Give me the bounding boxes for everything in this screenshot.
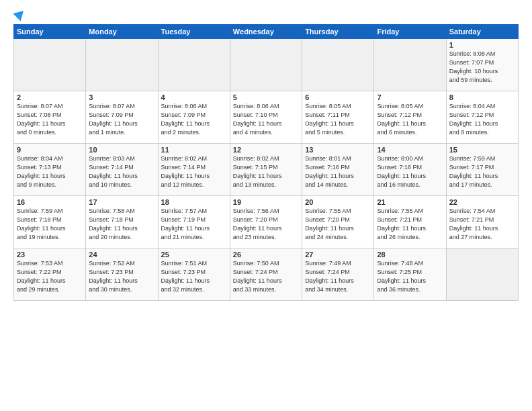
calendar-cell: 17Sunrise: 7:58 AM Sunset: 7:18 PM Dayli… [86, 196, 158, 248]
day-info: Sunrise: 7:56 AM Sunset: 7:20 PM Dayligh… [233, 207, 299, 242]
day-number: 16 [17, 198, 83, 206]
calendar-cell: 6Sunrise: 8:05 AM Sunset: 7:11 PM Daylig… [302, 91, 374, 144]
calendar-cell [14, 39, 86, 91]
day-number: 1 [449, 41, 515, 49]
calendar-cell: 24Sunrise: 7:52 AM Sunset: 7:23 PM Dayli… [86, 248, 158, 301]
logo-icon [13, 7, 27, 21]
calendar-cell: 19Sunrise: 7:56 AM Sunset: 7:20 PM Dayli… [230, 196, 302, 248]
day-number: 28 [377, 250, 443, 259]
calendar-cell: 20Sunrise: 7:55 AM Sunset: 7:20 PM Dayli… [302, 196, 374, 248]
weekday-header-wednesday: Wednesday [230, 25, 302, 39]
day-number: 3 [89, 93, 154, 101]
weekday-header-friday: Friday [374, 25, 446, 39]
day-info: Sunrise: 7:53 AM Sunset: 7:22 PM Dayligh… [17, 259, 83, 294]
calendar-cell: 22Sunrise: 7:54 AM Sunset: 7:21 PM Dayli… [446, 196, 518, 248]
day-info: Sunrise: 7:54 AM Sunset: 7:21 PM Dayligh… [449, 207, 515, 242]
day-info: Sunrise: 7:51 AM Sunset: 7:23 PM Dayligh… [161, 259, 227, 294]
calendar-cell: 7Sunrise: 8:05 AM Sunset: 7:12 PM Daylig… [374, 91, 446, 144]
calendar-cell: 12Sunrise: 8:02 AM Sunset: 7:15 PM Dayli… [230, 144, 302, 196]
day-number: 4 [161, 93, 227, 101]
calendar-cell: 21Sunrise: 7:55 AM Sunset: 7:21 PM Dayli… [374, 196, 446, 248]
day-info: Sunrise: 8:02 AM Sunset: 7:14 PM Dayligh… [161, 154, 227, 189]
calendar-cell: 15Sunrise: 7:59 AM Sunset: 7:17 PM Dayli… [446, 144, 518, 196]
page: SundayMondayTuesdayWednesdayThursdayFrid… [0, 0, 532, 411]
day-info: Sunrise: 7:59 AM Sunset: 7:17 PM Dayligh… [449, 154, 515, 189]
day-info: Sunrise: 8:04 AM Sunset: 7:13 PM Dayligh… [17, 154, 83, 189]
day-number: 7 [377, 93, 443, 101]
calendar-cell [86, 39, 158, 91]
calendar: SundayMondayTuesdayWednesdayThursdayFrid… [13, 24, 519, 301]
day-number: 9 [17, 146, 83, 154]
calendar-cell: 4Sunrise: 8:06 AM Sunset: 7:09 PM Daylig… [158, 91, 230, 144]
calendar-cell: 10Sunrise: 8:03 AM Sunset: 7:14 PM Dayli… [86, 144, 158, 196]
day-number: 6 [305, 93, 371, 101]
day-info: Sunrise: 8:05 AM Sunset: 7:12 PM Dayligh… [377, 102, 443, 137]
day-info: Sunrise: 8:01 AM Sunset: 7:16 PM Dayligh… [305, 154, 371, 189]
day-number: 19 [233, 198, 299, 206]
day-number: 10 [89, 146, 154, 154]
calendar-cell [230, 39, 302, 91]
weekday-header-saturday: Saturday [446, 25, 518, 39]
day-number: 20 [305, 198, 371, 206]
calendar-cell: 3Sunrise: 8:07 AM Sunset: 7:09 PM Daylig… [86, 91, 158, 144]
day-info: Sunrise: 7:58 AM Sunset: 7:18 PM Dayligh… [89, 207, 154, 242]
calendar-cell: 14Sunrise: 8:00 AM Sunset: 7:16 PM Dayli… [374, 144, 446, 196]
header [13, 11, 519, 19]
calendar-cell: 28Sunrise: 7:48 AM Sunset: 7:25 PM Dayli… [374, 248, 446, 301]
day-info: Sunrise: 7:52 AM Sunset: 7:23 PM Dayligh… [89, 259, 154, 294]
day-number: 2 [17, 93, 83, 101]
day-info: Sunrise: 8:02 AM Sunset: 7:15 PM Dayligh… [233, 154, 299, 189]
weekday-header-thursday: Thursday [302, 25, 374, 39]
day-number: 24 [89, 250, 154, 259]
day-number: 22 [449, 198, 515, 206]
calendar-cell: 23Sunrise: 7:53 AM Sunset: 7:22 PM Dayli… [14, 248, 86, 301]
day-number: 25 [161, 250, 227, 259]
calendar-cell: 11Sunrise: 8:02 AM Sunset: 7:14 PM Dayli… [158, 144, 230, 196]
day-number: 15 [449, 146, 515, 154]
calendar-cell: 13Sunrise: 8:01 AM Sunset: 7:16 PM Dayli… [302, 144, 374, 196]
day-number: 27 [305, 250, 371, 259]
calendar-cell: 1Sunrise: 8:08 AM Sunset: 7:07 PM Daylig… [446, 39, 518, 91]
day-number: 17 [89, 198, 154, 206]
day-info: Sunrise: 7:49 AM Sunset: 7:24 PM Dayligh… [305, 259, 371, 294]
calendar-cell [158, 39, 230, 91]
day-info: Sunrise: 8:07 AM Sunset: 7:08 PM Dayligh… [17, 102, 83, 137]
calendar-cell: 18Sunrise: 7:57 AM Sunset: 7:19 PM Dayli… [158, 196, 230, 248]
calendar-cell: 16Sunrise: 7:59 AM Sunset: 7:18 PM Dayli… [14, 196, 86, 248]
calendar-cell [302, 39, 374, 91]
day-info: Sunrise: 7:48 AM Sunset: 7:25 PM Dayligh… [377, 259, 443, 294]
calendar-cell: 9Sunrise: 8:04 AM Sunset: 7:13 PM Daylig… [14, 144, 86, 196]
day-info: Sunrise: 8:03 AM Sunset: 7:14 PM Dayligh… [89, 154, 154, 189]
calendar-cell [446, 248, 518, 301]
day-info: Sunrise: 8:04 AM Sunset: 7:12 PM Dayligh… [449, 102, 515, 137]
day-number: 23 [17, 250, 83, 259]
logo [13, 11, 26, 19]
calendar-cell: 8Sunrise: 8:04 AM Sunset: 7:12 PM Daylig… [446, 91, 518, 144]
day-info: Sunrise: 7:59 AM Sunset: 7:18 PM Dayligh… [17, 207, 83, 242]
day-info: Sunrise: 7:55 AM Sunset: 7:21 PM Dayligh… [377, 207, 443, 242]
day-number: 26 [233, 250, 299, 259]
day-info: Sunrise: 8:05 AM Sunset: 7:11 PM Dayligh… [305, 102, 371, 137]
day-info: Sunrise: 7:55 AM Sunset: 7:20 PM Dayligh… [305, 207, 371, 242]
calendar-cell: 2Sunrise: 8:07 AM Sunset: 7:08 PM Daylig… [14, 91, 86, 144]
day-number: 21 [377, 198, 443, 206]
day-info: Sunrise: 8:06 AM Sunset: 7:10 PM Dayligh… [233, 102, 299, 137]
day-number: 18 [161, 198, 227, 206]
day-number: 5 [233, 93, 299, 101]
calendar-cell: 5Sunrise: 8:06 AM Sunset: 7:10 PM Daylig… [230, 91, 302, 144]
day-info: Sunrise: 8:08 AM Sunset: 7:07 PM Dayligh… [449, 50, 515, 85]
day-info: Sunrise: 7:57 AM Sunset: 7:19 PM Dayligh… [161, 207, 227, 242]
day-number: 13 [305, 146, 371, 154]
day-number: 11 [161, 146, 227, 154]
weekday-header-sunday: Sunday [14, 25, 86, 39]
weekday-header-tuesday: Tuesday [158, 25, 230, 39]
day-info: Sunrise: 8:00 AM Sunset: 7:16 PM Dayligh… [377, 154, 443, 189]
day-number: 8 [449, 93, 515, 101]
calendar-cell: 26Sunrise: 7:50 AM Sunset: 7:24 PM Dayli… [230, 248, 302, 301]
day-info: Sunrise: 8:07 AM Sunset: 7:09 PM Dayligh… [89, 102, 154, 137]
day-info: Sunrise: 8:06 AM Sunset: 7:09 PM Dayligh… [161, 102, 227, 137]
calendar-cell: 27Sunrise: 7:49 AM Sunset: 7:24 PM Dayli… [302, 248, 374, 301]
day-info: Sunrise: 7:50 AM Sunset: 7:24 PM Dayligh… [233, 259, 299, 294]
calendar-cell [374, 39, 446, 91]
weekday-header-monday: Monday [86, 25, 158, 39]
